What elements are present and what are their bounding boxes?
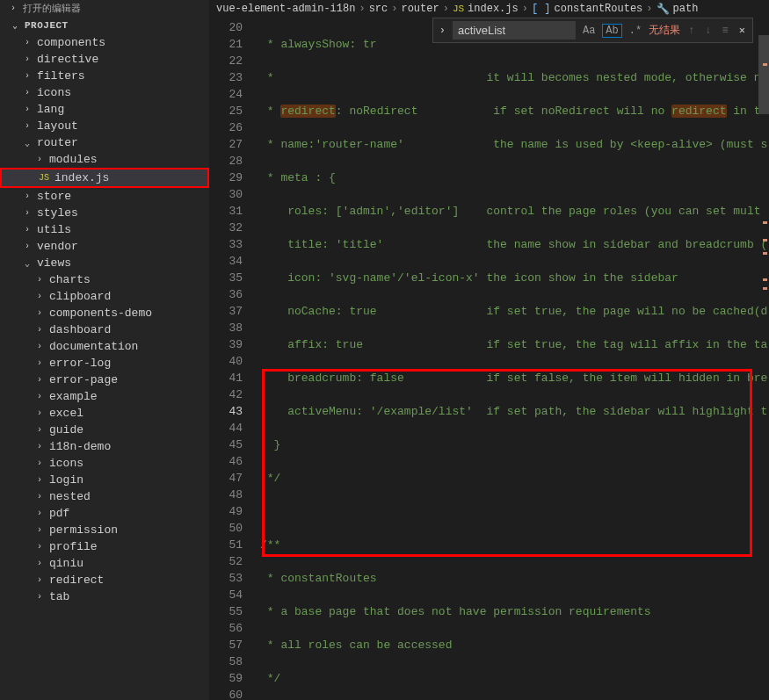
folder-example[interactable]: ›example xyxy=(0,388,209,405)
folder-store[interactable]: ›store xyxy=(0,188,209,205)
folder-directive[interactable]: ›directive xyxy=(0,51,209,68)
folder-permission[interactable]: ›permission xyxy=(0,522,209,538)
folder-modules[interactable]: ›modules xyxy=(0,151,209,168)
folder-documentation[interactable]: ›documentation xyxy=(0,338,209,355)
js-file-icon: JS xyxy=(39,173,49,183)
folder-components-demo[interactable]: ›components-demo xyxy=(0,305,209,321)
folder-qiniu[interactable]: ›qiniu xyxy=(0,555,209,572)
array-icon: [ ] xyxy=(532,3,551,15)
folder-login[interactable]: ›login xyxy=(0,472,209,488)
open-editors-header[interactable]: ›打开的编辑器 xyxy=(0,0,209,17)
editor[interactable]: 2021222324252627282930313233343536373839… xyxy=(209,18,769,700)
folder-icons[interactable]: ›icons xyxy=(0,84,209,101)
folder-views[interactable]: ⌄views xyxy=(0,255,209,271)
bc-root[interactable]: vue-element-admin-i18n xyxy=(216,3,355,15)
folder-components[interactable]: ›components xyxy=(0,34,209,51)
folder-clipboard[interactable]: ›clipboard xyxy=(0,288,209,305)
sidebar: ›打开的编辑器 ⌄PROJECT ›components ›directive … xyxy=(0,0,209,700)
folder-charts[interactable]: ›charts xyxy=(0,271,209,288)
folder-excel[interactable]: ›excel xyxy=(0,405,209,422)
wrench-icon: 🔧 xyxy=(657,3,670,16)
project-section[interactable]: ⌄PROJECT xyxy=(0,17,209,34)
folder-error-log[interactable]: ›error-log xyxy=(0,355,209,372)
folder-vendor[interactable]: ›vendor xyxy=(0,238,209,255)
code-area[interactable]: * alwaysShow: tr * it will becomes neste… xyxy=(255,18,769,700)
editor-main: vue-element-admin-i18n› src› router› JS … xyxy=(209,0,769,700)
js-icon: JS xyxy=(453,4,464,14)
annotation-box xyxy=(262,369,752,557)
folder-tab[interactable]: ›tab xyxy=(0,588,209,605)
folder-styles[interactable]: ›styles xyxy=(0,205,209,221)
folder-guide[interactable]: ›guide xyxy=(0,422,209,438)
minimap[interactable] xyxy=(764,54,767,700)
folder-router[interactable]: ⌄router xyxy=(0,134,209,151)
folder-redirect[interactable]: ›redirect xyxy=(0,572,209,588)
folder-pdf[interactable]: ›pdf xyxy=(0,505,209,522)
folder-i18n-demo[interactable]: ›i18n-demo xyxy=(0,438,209,455)
bc-router[interactable]: router xyxy=(401,3,439,15)
bc-file[interactable]: index.js xyxy=(468,3,519,15)
folder-layout[interactable]: ›layout xyxy=(0,118,209,134)
file-tree: ›components ›directive ›filters ›icons ›… xyxy=(0,34,209,605)
folder-profile[interactable]: ›profile xyxy=(0,538,209,555)
folder-error-page[interactable]: ›error-page xyxy=(0,372,209,388)
file-index-js[interactable]: JSindex.js xyxy=(0,168,209,188)
folder-nested[interactable]: ›nested xyxy=(0,488,209,505)
folder-dashboard[interactable]: ›dashboard xyxy=(0,321,209,338)
breadcrumb: vue-element-admin-i18n› src› router› JS … xyxy=(209,0,769,18)
folder-icons2[interactable]: ›icons xyxy=(0,455,209,472)
bc-prop[interactable]: path xyxy=(673,3,699,15)
bc-const[interactable]: constantRoutes xyxy=(555,3,643,15)
bc-src[interactable]: src xyxy=(369,3,388,15)
line-gutter: 2021222324252627282930313233343536373839… xyxy=(209,18,255,700)
folder-lang[interactable]: ›lang xyxy=(0,101,209,118)
folder-utils[interactable]: ›utils xyxy=(0,221,209,238)
folder-filters[interactable]: ›filters xyxy=(0,68,209,84)
